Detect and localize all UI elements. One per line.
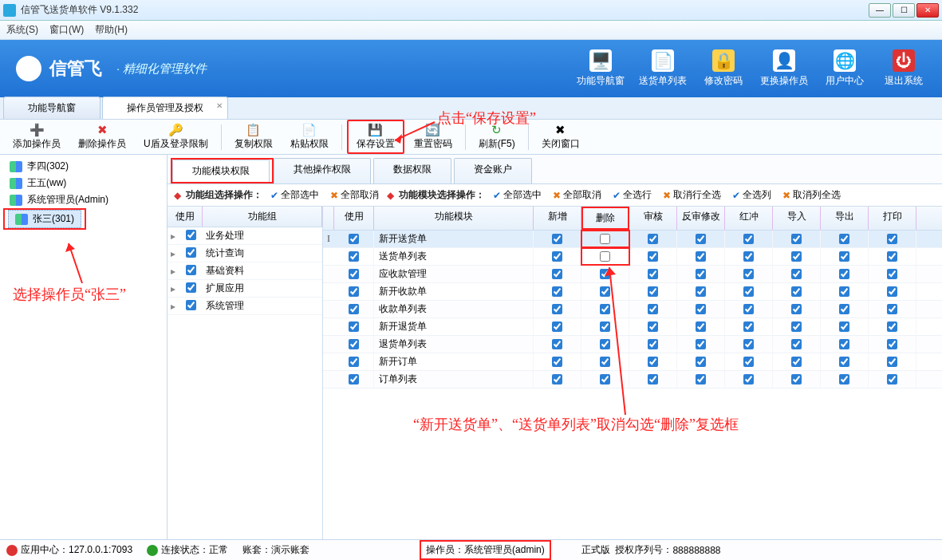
delete-checkbox[interactable]	[600, 269, 610, 279]
use-checkbox[interactable]	[349, 269, 359, 279]
delete-checkbox[interactable]	[600, 374, 610, 385]
export-checkbox[interactable]	[839, 357, 849, 367]
import-checkbox[interactable]	[791, 269, 802, 279]
operator-item[interactable]: 王五(ww)	[3, 175, 164, 191]
export-checkbox[interactable]	[839, 269, 849, 279]
export-checkbox[interactable]	[839, 374, 849, 385]
tab-other-perm[interactable]: 其他操作权限	[274, 158, 371, 183]
add-checkbox[interactable]	[552, 339, 562, 349]
audit-checkbox[interactable]	[648, 234, 658, 244]
import-checkbox[interactable]	[791, 321, 802, 332]
menu-help[interactable]: 帮助(H)	[95, 23, 128, 37]
delete-checkbox[interactable]	[600, 251, 610, 262]
add-checkbox[interactable]	[552, 269, 562, 279]
print-checkbox[interactable]	[887, 304, 897, 314]
group-use-checkbox[interactable]	[186, 282, 196, 293]
menu-system[interactable]: 系统(S)	[6, 23, 38, 37]
export-checkbox[interactable]	[839, 321, 849, 332]
import-checkbox[interactable]	[791, 251, 802, 262]
export-checkbox[interactable]	[839, 339, 849, 349]
print-checkbox[interactable]	[887, 321, 897, 332]
use-checkbox[interactable]	[349, 251, 359, 262]
use-checkbox[interactable]	[349, 321, 359, 332]
unaudit-checkbox[interactable]	[696, 321, 706, 332]
red-checkbox[interactable]	[743, 304, 754, 314]
print-checkbox[interactable]	[887, 269, 897, 279]
add-checkbox[interactable]	[552, 321, 562, 332]
import-checkbox[interactable]	[791, 304, 802, 314]
group-use-checkbox[interactable]	[186, 230, 196, 240]
unaudit-checkbox[interactable]	[696, 374, 706, 385]
tab-operator-auth[interactable]: 操作员管理及授权✕	[102, 97, 228, 119]
group-row[interactable]: ▸扩展应用	[168, 280, 322, 298]
menu-window[interactable]: 窗口(W)	[49, 23, 84, 37]
tab-close-icon[interactable]: ✕	[216, 101, 223, 110]
delete-checkbox[interactable]	[600, 321, 610, 332]
tab-nav-window[interactable]: 功能导航窗	[3, 97, 101, 119]
operator-item[interactable]: 李四(302)	[3, 158, 164, 175]
group-select-none[interactable]: ✖全部取消	[327, 187, 382, 203]
unaudit-checkbox[interactable]	[696, 251, 706, 262]
close-window-button[interactable]: ✖关闭窗口	[534, 121, 588, 152]
red-checkbox[interactable]	[743, 251, 754, 262]
delete-checkbox[interactable]	[600, 357, 610, 367]
print-checkbox[interactable]	[887, 251, 897, 262]
delete-checkbox[interactable]	[600, 339, 610, 349]
reset-password-button[interactable]: 🔄重置密码	[406, 121, 460, 152]
red-checkbox[interactable]	[743, 286, 754, 297]
delete-checkbox[interactable]	[600, 286, 610, 297]
expand-icon[interactable]: ▸	[168, 231, 179, 242]
red-checkbox[interactable]	[743, 234, 754, 244]
import-checkbox[interactable]	[791, 339, 802, 349]
group-row[interactable]: ▸统计查询	[168, 245, 322, 262]
tab-fund-account[interactable]: 资金账户	[454, 158, 532, 183]
expand-icon[interactable]: ▸	[168, 266, 179, 277]
unaudit-checkbox[interactable]	[696, 234, 706, 244]
audit-checkbox[interactable]	[648, 374, 658, 385]
add-checkbox[interactable]	[552, 374, 562, 385]
use-checkbox[interactable]	[349, 339, 359, 349]
add-operator-button[interactable]: ➕添加操作员	[5, 121, 69, 152]
import-checkbox[interactable]	[791, 234, 802, 244]
red-checkbox[interactable]	[743, 321, 754, 332]
operator-item[interactable]: 系统管理员(Admin)	[3, 191, 164, 208]
audit-checkbox[interactable]	[648, 286, 658, 297]
audit-checkbox[interactable]	[648, 251, 658, 262]
red-checkbox[interactable]	[743, 269, 754, 279]
usb-login-button[interactable]: 🔑U盾及登录限制	[136, 121, 216, 152]
paste-perm-button[interactable]: 📄粘贴权限	[282, 121, 337, 152]
group-row[interactable]: ▸基础资料	[168, 262, 322, 280]
export-checkbox[interactable]	[839, 304, 849, 314]
delivery-list-button[interactable]: 📄送货单列表	[639, 49, 687, 88]
audit-checkbox[interactable]	[648, 357, 658, 367]
add-checkbox[interactable]	[552, 286, 562, 297]
row-select-none[interactable]: ✖取消行全选	[660, 187, 724, 203]
export-checkbox[interactable]	[839, 286, 849, 297]
unaudit-checkbox[interactable]	[696, 286, 706, 297]
delete-checkbox[interactable]	[600, 234, 610, 244]
use-checkbox[interactable]	[349, 286, 359, 297]
row-select-all[interactable]: ✔全选行	[609, 187, 655, 203]
unaudit-checkbox[interactable]	[696, 357, 706, 367]
exit-system-button[interactable]: ⏻退出系统	[881, 49, 926, 88]
print-checkbox[interactable]	[887, 339, 897, 349]
add-checkbox[interactable]	[552, 234, 562, 244]
operator-item[interactable]: 张三(301)	[8, 210, 81, 228]
group-row[interactable]: ▸系统管理	[168, 298, 322, 315]
module-select-all[interactable]: ✔全部选中	[490, 187, 545, 203]
import-checkbox[interactable]	[791, 374, 802, 385]
tab-module-perm[interactable]: 功能模块权限	[172, 160, 270, 182]
change-password-button[interactable]: 🔒修改密码	[701, 49, 746, 88]
tab-data-perm[interactable]: 数据权限	[373, 158, 451, 183]
copy-perm-button[interactable]: 📋复制权限	[227, 121, 281, 152]
export-checkbox[interactable]	[839, 251, 849, 262]
use-checkbox[interactable]	[349, 304, 359, 314]
unaudit-checkbox[interactable]	[696, 304, 706, 314]
use-checkbox[interactable]	[349, 374, 359, 385]
audit-checkbox[interactable]	[648, 304, 658, 314]
unaudit-checkbox[interactable]	[696, 339, 706, 349]
delete-operator-button[interactable]: ✖删除操作员	[70, 121, 134, 152]
red-checkbox[interactable]	[743, 374, 754, 385]
group-select-all[interactable]: ✔全部选中	[267, 187, 322, 203]
red-checkbox[interactable]	[743, 357, 754, 367]
